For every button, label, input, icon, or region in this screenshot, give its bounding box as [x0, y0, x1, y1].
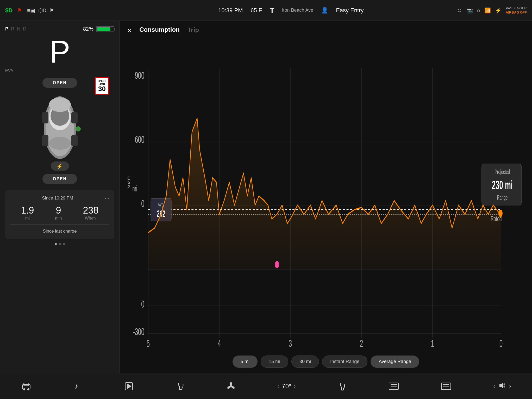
camera-icon: 📷	[466, 7, 473, 14]
vol-up-button[interactable]: ›	[509, 383, 511, 389]
music-nav-icon[interactable]: ♪	[73, 382, 82, 391]
battery-display: 82%	[83, 26, 114, 32]
temp-up-button[interactable]: ›	[294, 383, 296, 389]
dot-1[interactable]	[55, 243, 57, 245]
status-icons-mid: ≡▣ ⬡D ⚑	[27, 7, 54, 14]
gear-battery-row: P R N D 82%	[5, 26, 114, 32]
wifi-icon: 📶	[484, 7, 491, 14]
tab-consumption[interactable]: Consumption	[139, 26, 180, 35]
dot-3[interactable]	[63, 243, 65, 245]
stat-miles: 1.9 mi	[21, 205, 34, 221]
svg-point-5	[49, 137, 71, 150]
stats-since-label: Since 10:29 PM	[10, 196, 105, 201]
vol-down-button[interactable]: ‹	[493, 383, 495, 389]
svg-text:3: 3	[289, 338, 292, 349]
btn-instant-range[interactable]: Instant Range	[322, 356, 367, 368]
media-nav-icon[interactable]	[124, 382, 134, 391]
main-content: P R N D 82% P EVA OPEN SPEED LIMIT 30	[0, 21, 532, 373]
status-center: 10:39 PM 65 F T lton Beach Ave 👤 Easy En…	[125, 6, 457, 15]
volume-control: ‹ ›	[493, 382, 511, 391]
car-controls: OPEN SPEED LIMIT 30	[5, 76, 114, 186]
svg-rect-8	[42, 135, 48, 146]
stat-min-unit: min	[55, 216, 62, 221]
svg-text:0: 0	[141, 299, 144, 310]
consumption-chart: 900 600 0 0 -300 5 4 3 2 1 0 Wh mi	[128, 40, 524, 352]
gear-r[interactable]: R	[11, 26, 14, 32]
dollar-d-icon: $D	[5, 7, 12, 14]
stat-mi-value: 1.9	[21, 205, 34, 216]
bottom-bar: ♪ ‹ 70° › ‹ ›	[0, 373, 532, 399]
right-panel: × Consumption Trip	[120, 21, 532, 373]
bluetooth-icon: ⚡	[495, 7, 502, 14]
seat-nav-icon[interactable]	[176, 382, 185, 391]
easy-entry-label[interactable]: Easy Entry	[336, 7, 364, 14]
since-charge-label: Since last charge	[10, 229, 109, 234]
svg-point-53	[27, 388, 29, 390]
gear-n[interactable]: N	[17, 26, 20, 32]
eva-label: EVA	[5, 68, 13, 73]
dot-2[interactable]	[59, 243, 61, 245]
stat-wh-value: 238	[83, 205, 98, 216]
btn-15mi[interactable]: 15 mi	[261, 356, 288, 368]
car-nav-icon[interactable]	[21, 382, 32, 391]
passenger-label: PASSENGER	[506, 6, 527, 10]
gear-d[interactable]: D	[23, 26, 26, 32]
svg-rect-11	[128, 40, 524, 352]
stat-wh-unit: Wh/mi	[85, 216, 97, 221]
volume-icon[interactable]	[498, 382, 507, 391]
status-right: ☺ 📷 ⌂ 📶 ⚡ PASSENGER AIRBAG OFF	[457, 6, 527, 14]
battery-fill	[97, 27, 110, 31]
close-button[interactable]: ×	[128, 27, 132, 35]
stat-min-value: 9	[56, 205, 61, 216]
open-top-button[interactable]: OPEN	[42, 78, 77, 88]
status-left: $D ⚑ ≡▣ ⬡D ⚑	[5, 7, 125, 14]
svg-point-52	[23, 388, 25, 390]
svg-rect-7	[71, 112, 78, 123]
temp-down-button[interactable]: ‹	[278, 383, 279, 389]
svg-text:4: 4	[218, 338, 221, 349]
speed-limit-text: SPEED LIMIT	[96, 80, 108, 85]
svg-text:600: 600	[135, 134, 144, 145]
btn-5mi[interactable]: 5 mi	[233, 356, 258, 368]
gear-selector: P R N D	[5, 26, 26, 32]
flag-icon: ⚑	[49, 7, 54, 14]
svg-text:0: 0	[499, 338, 503, 349]
temperature-control: ‹ 70° ›	[278, 383, 296, 390]
svg-text:0: 0	[141, 198, 144, 209]
tesla-logo: T	[270, 6, 274, 15]
rear-heat-icon[interactable]	[441, 382, 451, 390]
chart-buttons: 5 mi 15 mi 30 mi Instant Range Average R…	[128, 356, 524, 368]
stats-divider	[10, 225, 109, 225]
speed-limit-sign: SPEED LIMIT 30	[95, 77, 109, 95]
temp-value: 70°	[282, 383, 291, 390]
tab-trip[interactable]: Trip	[187, 26, 199, 35]
svg-point-4	[49, 97, 71, 112]
svg-text:Projected: Projected	[495, 168, 510, 175]
svg-text:230 mi: 230 mi	[492, 178, 513, 192]
btn-30mi[interactable]: 30 mi	[291, 356, 319, 368]
person-icon: 👤	[321, 7, 328, 14]
car-top-view	[34, 91, 86, 159]
svg-text:5: 5	[147, 338, 150, 349]
btn-average-range[interactable]: Average Range	[371, 356, 419, 368]
stat-minutes: 9 min	[55, 205, 62, 221]
face-icon: ☺	[457, 7, 462, 13]
stat-wh: 238 Wh/mi	[83, 205, 98, 221]
stats-menu-dots[interactable]: ···	[105, 195, 109, 201]
svg-rect-6	[42, 112, 48, 123]
airbag-status: PASSENGER AIRBAG OFF	[506, 6, 527, 14]
fan-nav-icon[interactable]	[227, 382, 235, 391]
seat-heat-nav-icon[interactable]	[338, 382, 347, 391]
svg-text:Wh: Wh	[128, 176, 131, 188]
open-bottom-button[interactable]: OPEN	[42, 174, 77, 184]
chart-tabs: Consumption Trip	[139, 26, 199, 35]
rear-defrost-icon[interactable]	[389, 382, 399, 390]
chart-header: × Consumption Trip	[128, 26, 524, 35]
gear-p[interactable]: P	[5, 26, 8, 32]
list-icon: ≡▣	[27, 7, 35, 14]
alert-icon: ⚑	[17, 7, 22, 14]
svg-text:♪: ♪	[74, 382, 78, 390]
battery-bar	[96, 26, 114, 32]
status-bar: $D ⚑ ≡▣ ⬡D ⚑ 10:39 PM 65 F T lton Beach …	[0, 0, 532, 21]
svg-point-57	[230, 382, 232, 386]
